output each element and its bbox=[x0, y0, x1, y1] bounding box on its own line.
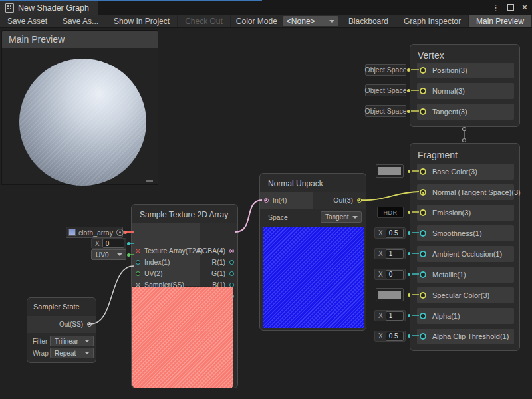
kebab-menu-icon[interactable]: ⋮ bbox=[491, 3, 500, 12]
node-sampler-state[interactable]: Sampler State Out(SS) Filter Trilinear W… bbox=[27, 297, 96, 363]
show-in-project-button[interactable]: Show In Project bbox=[106, 15, 178, 27]
close-icon[interactable]: ✕ bbox=[521, 3, 528, 11]
port-normal-icon[interactable] bbox=[420, 88, 426, 94]
port-label: Index(1) bbox=[144, 258, 170, 266]
float-value[interactable]: 0 bbox=[386, 270, 404, 279]
port-alpha-icon[interactable] bbox=[420, 313, 426, 319]
panel-resize-handle[interactable] bbox=[146, 180, 153, 182]
binding-pill-normal[interactable]: Object Space bbox=[365, 84, 406, 96]
port-in-icon[interactable] bbox=[264, 198, 269, 203]
metallic-field[interactable]: X 0 bbox=[374, 269, 406, 280]
graph-inspector-toggle-button[interactable]: Graph Inspector bbox=[396, 15, 469, 27]
node-title: Sample Texture 2D Array bbox=[140, 210, 228, 219]
color-mode-value: <None> bbox=[287, 17, 315, 26]
port-alpha-clip-icon[interactable] bbox=[420, 333, 426, 340]
port-out-ss-icon[interactable] bbox=[87, 322, 92, 327]
x-prefix: X bbox=[376, 312, 386, 319]
port-label: Ambient Occlusion(1) bbox=[432, 250, 502, 258]
chevron-down-icon bbox=[352, 216, 358, 219]
port-label: Position(3) bbox=[432, 66, 467, 74]
alpha-field[interactable]: X 1 bbox=[374, 310, 406, 321]
wrap-dropdown[interactable]: Repeat bbox=[50, 348, 94, 358]
color-swatch-fill bbox=[378, 291, 401, 299]
save-asset-button[interactable]: Save Asset bbox=[0, 15, 55, 27]
port-r-icon[interactable] bbox=[229, 260, 234, 265]
float-value[interactable]: 0.5 bbox=[386, 332, 404, 341]
fragment-row-specular-color: Specular Color(3) bbox=[417, 287, 514, 303]
fragment-row-metallic: Metallic(1) bbox=[417, 267, 514, 283]
output-g: G(1) bbox=[211, 269, 234, 277]
port-texture-array-icon[interactable] bbox=[136, 249, 140, 253]
save-as-button[interactable]: Save As... bbox=[55, 15, 106, 27]
port-position-icon[interactable] bbox=[420, 67, 426, 74]
specular-color-swatch[interactable] bbox=[376, 288, 404, 301]
label-text: Wrap bbox=[33, 350, 49, 357]
widget-dot bbox=[124, 231, 127, 234]
port-metallic-icon[interactable] bbox=[420, 271, 426, 278]
port-label: Alpha(1) bbox=[432, 312, 460, 320]
index-field[interactable]: X 0 bbox=[91, 238, 126, 249]
vertex-row-tangent: Tangent(3) bbox=[417, 104, 514, 120]
float-value[interactable]: 0.5 bbox=[386, 229, 404, 238]
node-normal-unpack[interactable]: Normal Unpack In(4) Out(3) Space Tangent bbox=[259, 173, 366, 331]
main-preview-header[interactable]: Main Preview bbox=[2, 31, 158, 48]
float-value[interactable]: 1 bbox=[386, 249, 404, 259]
float-value[interactable]: 1 bbox=[386, 311, 404, 321]
port-label: G(1) bbox=[211, 269, 225, 277]
port-rgba-icon[interactable] bbox=[229, 249, 234, 253]
port-emission-icon[interactable] bbox=[420, 209, 426, 216]
port-uv-icon[interactable] bbox=[136, 271, 140, 276]
object-picker-icon[interactable] bbox=[116, 229, 124, 236]
x-prefix: X bbox=[376, 250, 386, 257]
port-out-icon[interactable] bbox=[357, 198, 362, 203]
input-uv: UV(2) bbox=[136, 269, 162, 277]
binding-pill-tangent[interactable]: Object Space bbox=[365, 105, 406, 117]
color-mode-dropdown[interactable]: <None> bbox=[283, 16, 338, 26]
port-label: Normal (Tangent Space)(3) bbox=[432, 188, 521, 196]
main-preview-title: Main Preview bbox=[9, 34, 65, 45]
port-label: Tangent(3) bbox=[432, 108, 467, 116]
float-value[interactable]: 0 bbox=[102, 239, 124, 248]
chevron-down-icon bbox=[84, 352, 90, 354]
space-setting: Space bbox=[268, 213, 288, 221]
node-title: Sampler State bbox=[33, 303, 80, 311]
uv-channel-dropdown[interactable]: UV0 bbox=[91, 249, 126, 260]
port-specular-color-icon[interactable] bbox=[420, 292, 426, 299]
port-tangent-icon[interactable] bbox=[420, 108, 426, 115]
fragment-row-normal: Normal (Tangent Space)(3) bbox=[417, 184, 514, 200]
input-index: Index(1) bbox=[136, 258, 170, 266]
port-label: Metallic(1) bbox=[432, 271, 466, 279]
emission-hdr-swatch[interactable]: HDR bbox=[377, 207, 404, 218]
port-smoothness-icon[interactable] bbox=[420, 230, 426, 237]
fragment-row-alpha-clip: Alpha Clip Threshold(1) bbox=[417, 329, 514, 344]
maximize-icon[interactable] bbox=[507, 4, 514, 11]
toolbar: Save Asset Save As... Show In Project Ch… bbox=[0, 15, 532, 28]
uv-channel-value: UV0 bbox=[96, 251, 108, 259]
chevron-down-icon bbox=[329, 20, 334, 23]
port-index-icon[interactable] bbox=[136, 260, 140, 265]
smoothness-field[interactable]: X 0.5 bbox=[374, 227, 406, 239]
main-preview-toggle-button[interactable]: Main Preview bbox=[469, 15, 532, 27]
output-out-ss: Out(SS) bbox=[59, 321, 92, 328]
binding-pill-position[interactable]: Object Space bbox=[365, 64, 406, 76]
port-g-icon[interactable] bbox=[229, 271, 234, 276]
base-color-swatch[interactable] bbox=[376, 164, 404, 178]
node-vertex[interactable]: Vertex Position(3) Normal(3) Tangent(3) bbox=[410, 44, 520, 127]
title-bar: New Shader Graph ⋮ ✕ bbox=[0, 0, 532, 15]
vertex-row-position: Position(3) bbox=[417, 63, 514, 78]
alpha-clip-field[interactable]: X 0.5 bbox=[374, 331, 406, 342]
filter-dropdown[interactable]: Trilinear bbox=[50, 336, 94, 346]
node-preview-normal-map bbox=[263, 227, 364, 328]
blackboard-toggle-button[interactable]: Blackboard bbox=[341, 15, 396, 27]
texture-asset-pill[interactable]: cloth_array bbox=[66, 227, 123, 238]
tab-title: New Shader Graph bbox=[18, 3, 89, 13]
node-fragment[interactable]: Fragment Base Color(3) Normal (Tangent S… bbox=[410, 143, 520, 351]
port-normal-tangent-icon[interactable] bbox=[420, 189, 426, 196]
port-ambient-occlusion-icon[interactable] bbox=[420, 251, 426, 257]
tab-new-shader-graph[interactable]: New Shader Graph bbox=[0, 1, 98, 15]
input-texture-array: Texture Array(T2A) bbox=[136, 247, 203, 255]
space-dropdown[interactable]: Tangent bbox=[321, 211, 362, 223]
port-base-color-icon[interactable] bbox=[420, 168, 426, 175]
node-sample-texture-2d-array[interactable]: Sample Texture 2D Array Texture Array(T2… bbox=[131, 204, 238, 388]
ambient-occlusion-field[interactable]: X 1 bbox=[374, 248, 406, 259]
